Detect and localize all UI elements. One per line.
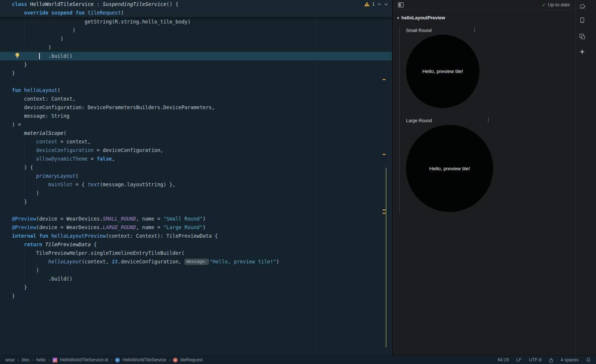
tile-text: Hello, preview tile!	[422, 69, 463, 74]
notifications-bell-icon[interactable]	[586, 357, 591, 363]
line-separator-widget[interactable]: LF	[516, 357, 522, 363]
code-line[interactable]: allowDynamicTheme = false,	[0, 155, 392, 163]
code-line[interactable]: }	[0, 292, 392, 300]
code-line[interactable]: return TilePreviewData {	[0, 240, 392, 249]
code-line[interactable]: context: Context,	[0, 95, 392, 103]
scrollbar-thumb[interactable]	[386, 168, 387, 347]
code-token: deviceConfiguration	[36, 147, 93, 153]
code-line[interactable]: @Preview(device = WearDevices.SMALL_ROUN…	[0, 215, 392, 223]
code-line[interactable]: getString(R.string.hello_tile_body)	[0, 18, 392, 26]
function-icon: m	[173, 358, 178, 363]
code-line[interactable]: )	[0, 189, 392, 197]
code-token: getString(R.string.hello_tile_body)	[85, 19, 190, 25]
warning-stripe-mark[interactable]	[383, 79, 386, 80]
code-token: = context,	[57, 139, 91, 145]
indent-widget[interactable]: 4 spaces	[561, 357, 578, 363]
code-line[interactable]: }	[0, 283, 392, 292]
code-token: , name =	[136, 216, 163, 222]
code-token: tileRequest	[88, 10, 121, 16]
code-token: @Preview	[12, 216, 36, 222]
preview-group-row[interactable]: ▾ helloLayoutPreview	[397, 15, 576, 20]
warning-stripe-mark[interactable]	[383, 213, 386, 214]
layout-inspector-icon[interactable]	[578, 33, 586, 40]
code-token: (	[63, 130, 66, 136]
code-token: SuspendingTileService	[103, 1, 167, 7]
lock-icon[interactable]	[549, 358, 553, 363]
breadcrumb-separator: ›	[18, 357, 19, 363]
warning-count: 1	[372, 1, 375, 7]
class-icon: C	[115, 358, 120, 363]
code-token: it	[112, 259, 118, 265]
breadcrumb-item[interactable]: wear	[5, 357, 15, 363]
more-options-icon[interactable]: ⋮	[486, 117, 491, 123]
code-line[interactable]: deviceConfiguration: DeviceParametersBui…	[0, 103, 392, 112]
code-line[interactable]	[0, 77, 392, 86]
code-line[interactable]: materialScope(	[0, 129, 392, 137]
breadcrumb-item[interactable]: HelloWorldTileService	[123, 357, 166, 363]
code-line[interactable]: message: String	[0, 112, 392, 120]
preview-name: Large Round	[406, 118, 432, 123]
breadcrumb-item[interactable]: HelloWorldTileService.kt	[60, 357, 108, 363]
code-token: false	[97, 156, 112, 162]
code-line[interactable]: )	[0, 35, 392, 43]
gallery-view-icon[interactable]	[398, 2, 404, 7]
inspections-widget[interactable]: 1	[364, 1, 388, 7]
code-token: () {	[167, 1, 179, 7]
code-line[interactable]: mainSlot = { text(message.layoutString) …	[0, 180, 392, 189]
code-token: = {	[73, 181, 88, 187]
intention-bulb-icon[interactable]	[15, 53, 20, 60]
code-token: )	[60, 36, 63, 42]
sticky-code-line[interactable]: override suspend fun tileRequest(	[0, 9, 392, 17]
code-token: )	[203, 224, 206, 230]
code-line[interactable]: )	[0, 26, 392, 35]
code-token: materialScope	[24, 130, 64, 136]
tile-preview-panel: ✓ Up-to-date ▾ helloLayoutPreview Small …	[392, 0, 576, 355]
more-options-icon[interactable]: ⋮	[472, 26, 477, 32]
breadcrumb-separator: ›	[169, 357, 170, 363]
next-warning-button[interactable]	[384, 3, 388, 6]
code-line[interactable]: }	[0, 60, 392, 69]
tile-text: Hello, preview tile!	[429, 166, 470, 171]
breadcrumb-item[interactable]: hello	[36, 357, 45, 363]
code-line[interactable]: internal fun helloLayoutPreview(context:…	[0, 232, 392, 240]
code-token: (device = WearDevices.	[36, 224, 103, 230]
tile-preview-large-round[interactable]: Hello, preview tile!	[406, 125, 493, 212]
tile-preview-small-round[interactable]: Hello, preview tile!	[406, 35, 479, 108]
caret-position-widget[interactable]: 64:19	[498, 357, 509, 363]
code-editor[interactable]: class HelloWorldTileService : Suspending…	[0, 0, 392, 355]
code-token: , name =	[136, 224, 163, 230]
gradle-icon[interactable]	[578, 2, 586, 10]
code-line[interactable]: }	[0, 197, 392, 206]
code-line[interactable]: helloLayout(context, it.deviceConfigurat…	[0, 257, 392, 266]
warning-stripe-mark[interactable]	[383, 154, 386, 155]
code-line[interactable]: primaryLayout(	[0, 172, 392, 180]
code-line[interactable]: .build()	[0, 52, 392, 60]
code-token: .deviceConfiguration,	[118, 259, 184, 265]
check-icon: ✓	[542, 2, 546, 8]
code-line[interactable]: .build()	[0, 275, 392, 283]
code-line[interactable]: )	[0, 43, 392, 52]
code-line[interactable]: ) {	[0, 163, 392, 172]
device-manager-icon[interactable]	[578, 16, 586, 24]
warning-stripe-mark[interactable]	[383, 209, 386, 211]
code-line[interactable]: @Preview(device = WearDevices.LARGE_ROUN…	[0, 223, 392, 232]
code-token: }	[12, 70, 15, 76]
previous-warning-button[interactable]	[377, 3, 381, 6]
code-line[interactable]: )	[0, 266, 392, 275]
encoding-widget[interactable]: UTF-8	[529, 357, 542, 363]
sticky-code-line[interactable]: class HelloWorldTileService : Suspending…	[0, 0, 392, 9]
breadcrumb-item[interactable]: tileRequest	[180, 357, 203, 363]
code-token: )	[203, 216, 206, 222]
code-line[interactable]	[0, 206, 392, 215]
code-line[interactable]: ) =	[0, 120, 392, 129]
code-line[interactable]: context = context,	[0, 137, 392, 146]
code-line[interactable]: fun helloLayout(	[0, 86, 392, 95]
code-line[interactable]: }	[0, 69, 392, 77]
code-line[interactable]: deviceConfiguration = deviceConfiguratio…	[0, 146, 392, 155]
code-token: ,	[112, 156, 115, 162]
preview-item-small-round: Small Round ⋮ Hello, preview tile!	[406, 27, 479, 108]
breadcrumb-item[interactable]: tiles	[22, 357, 29, 363]
gemini-icon[interactable]	[578, 48, 586, 56]
preview-status: ✓ Up-to-date	[542, 2, 570, 8]
code-line[interactable]: TilePreviewHelper.singleTimelineEntryTil…	[0, 249, 392, 257]
